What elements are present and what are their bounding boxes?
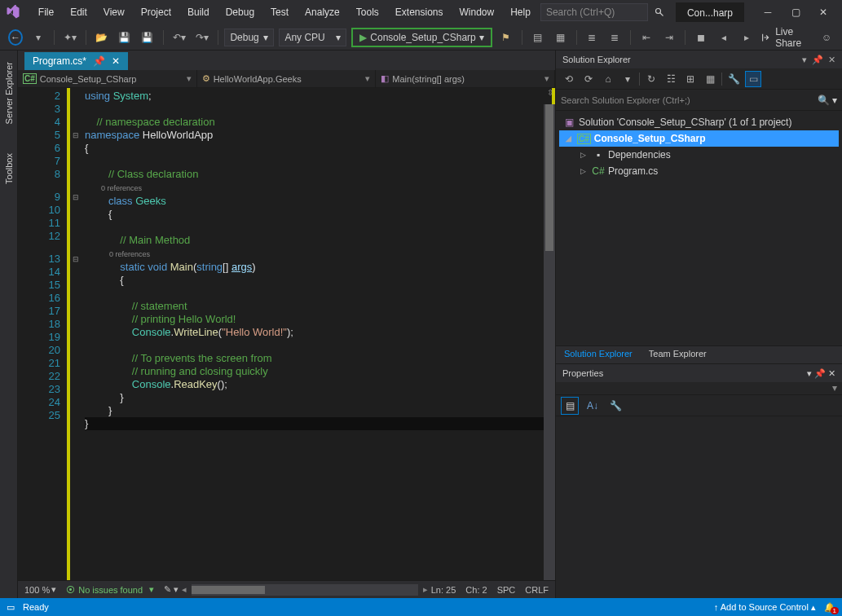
- document-tab-program[interactable]: Program.cs* 📌 ✕: [24, 52, 128, 70]
- switch-view-icon[interactable]: ▾: [619, 71, 636, 87]
- menu-file[interactable]: File: [30, 3, 62, 21]
- properties-icon[interactable]: 🔧: [725, 71, 742, 87]
- nav-back-button[interactable]: ←: [7, 29, 24, 46]
- indent-button[interactable]: ⇥: [660, 29, 678, 46]
- indent-indicator[interactable]: SPC: [497, 585, 516, 595]
- menu-debug[interactable]: Debug: [218, 3, 262, 21]
- close-button[interactable]: ✕: [809, 1, 837, 24]
- panel-menu-icon[interactable]: ▾: [807, 368, 812, 378]
- preview-icon[interactable]: ▭: [745, 71, 761, 87]
- tree-dependencies[interactable]: ▷ ▪ Dependencies: [559, 147, 839, 163]
- menu-extensions[interactable]: Extensions: [387, 3, 452, 21]
- zoom-dropdown[interactable]: 100 % ▾: [24, 584, 56, 595]
- start-debug-button[interactable]: ▶Console_Setup_CSharp▾: [351, 28, 492, 47]
- nav-project-dropdown[interactable]: C# Console_Setup_CSharp▾: [18, 70, 197, 87]
- panel-menu-icon[interactable]: ▾: [802, 55, 807, 65]
- sync-icon[interactable]: ↻: [643, 71, 659, 87]
- platform-dropdown[interactable]: Any CPU▾: [279, 29, 346, 46]
- alphabetical-icon[interactable]: A↓: [584, 397, 602, 415]
- menu-help[interactable]: Help: [502, 3, 539, 21]
- solution-title-tab[interactable]: Con...harp: [676, 2, 744, 22]
- tree-project[interactable]: ◢ C# Console_Setup_CSharp: [559, 130, 839, 147]
- tab-team-explorer[interactable]: Team Explorer: [641, 346, 715, 363]
- fwd-icon[interactable]: ⟳: [580, 71, 597, 87]
- categorized-icon[interactable]: ▤: [561, 397, 579, 415]
- filter-icon[interactable]: ☷: [663, 71, 679, 87]
- maximize-button[interactable]: ▢: [782, 1, 809, 24]
- properties-dropdown[interactable]: ▾: [556, 382, 842, 395]
- back-icon[interactable]: ⟲: [561, 71, 577, 87]
- issues-indicator[interactable]: ⦿ No issues found ▾: [66, 584, 154, 595]
- fold-margin[interactable]: ⊟⊟⊟: [70, 88, 82, 580]
- panel-pin-icon[interactable]: 📌: [812, 55, 823, 65]
- menu-tools[interactable]: Tools: [348, 3, 387, 21]
- code-editor[interactable]: 2345678910111213141516171819202122232425…: [18, 88, 555, 580]
- collapse-icon[interactable]: ⊞: [682, 71, 699, 87]
- panel-close-icon[interactable]: ✕: [828, 55, 835, 65]
- save-all-button[interactable]: 💾: [139, 29, 156, 46]
- search-icon[interactable]: [655, 7, 664, 17]
- feedback-button[interactable]: ☺: [818, 29, 835, 46]
- bm-prev-button[interactable]: ◂: [715, 29, 733, 46]
- panel-pin-icon[interactable]: 📌: [814, 368, 826, 378]
- close-tab-icon[interactable]: ✕: [112, 55, 120, 67]
- lightbulb-icon[interactable]: ✎ ▾: [164, 584, 179, 595]
- properties-grid[interactable]: [556, 416, 842, 598]
- vertical-scrollbar[interactable]: [544, 104, 555, 580]
- nav-method-dropdown[interactable]: ◧ Main(string[] args)▾: [376, 70, 555, 87]
- panel-close-icon[interactable]: ✕: [828, 368, 835, 378]
- step-button[interactable]: ⚑: [497, 29, 515, 46]
- liveshare-label[interactable]: Live Share: [775, 26, 808, 49]
- menu-build[interactable]: Build: [179, 3, 218, 21]
- prop-wrench-icon[interactable]: 🔧: [606, 397, 624, 415]
- tab-solution-explorer[interactable]: Solution Explorer: [556, 346, 641, 363]
- tbx1-icon[interactable]: ▤: [529, 29, 547, 46]
- redo-button[interactable]: ↷▾: [193, 29, 211, 46]
- split-editor-icon[interactable]: ⇳: [547, 88, 553, 97]
- open-file-button[interactable]: 📂: [93, 29, 111, 46]
- menu-window[interactable]: Window: [452, 3, 503, 21]
- pin-icon[interactable]: 📌: [93, 55, 105, 67]
- menu-edit[interactable]: Edit: [62, 3, 95, 21]
- col-indicator[interactable]: Ch: 2: [465, 585, 487, 595]
- showall-icon[interactable]: ▦: [702, 71, 718, 87]
- uncomment-button[interactable]: ≣: [606, 29, 624, 46]
- outdent-button[interactable]: ⇤: [637, 29, 655, 46]
- menu-test[interactable]: Test: [262, 3, 297, 21]
- line-indicator[interactable]: Ln: 25: [431, 585, 456, 595]
- toolbox-tab[interactable]: Toolbox: [2, 147, 15, 191]
- bookmark-button[interactable]: ◼: [692, 29, 710, 46]
- horizontal-scrollbar[interactable]: ◂ ▸: [192, 584, 418, 596]
- menu-analyze[interactable]: Analyze: [297, 3, 348, 21]
- menu-project[interactable]: Project: [133, 3, 179, 21]
- nav-class-dropdown[interactable]: ⚙ HelloWorldApp.Geeks▾: [197, 70, 377, 87]
- undo-button[interactable]: ↶▾: [170, 29, 188, 46]
- solution-search[interactable]: Search Solution Explorer (Ctrl+;) 🔍 ▾: [556, 90, 842, 111]
- server-explorer-tab[interactable]: Server Explorer: [2, 55, 15, 130]
- config-dropdown[interactable]: Debug▾: [224, 29, 274, 46]
- properties-toolbar: ▤ A↓ 🔧: [556, 395, 842, 416]
- search-icon[interactable]: 🔍 ▾: [818, 95, 837, 106]
- search-input[interactable]: Search (Ctrl+Q): [540, 3, 648, 21]
- tree-file-program[interactable]: ▷ C# Program.cs: [559, 163, 839, 179]
- home-icon[interactable]: ⌂: [600, 71, 616, 87]
- menu-view[interactable]: View: [95, 3, 133, 21]
- expand-icon[interactable]: ▷: [580, 167, 589, 175]
- notifications-icon[interactable]: 🔔1: [824, 602, 835, 613]
- bm-next-button[interactable]: ▸: [738, 29, 756, 46]
- liveshare-icon[interactable]: [760, 32, 772, 43]
- expand-icon[interactable]: ◢: [566, 134, 574, 143]
- nav-fwd-dropdown[interactable]: ▾: [29, 29, 47, 46]
- solution-tree[interactable]: ▣ Solution 'Console_Setup_CSharp' (1 of …: [556, 111, 842, 345]
- tree-solution-root[interactable]: ▣ Solution 'Console_Setup_CSharp' (1 of …: [559, 114, 839, 130]
- save-button[interactable]: 💾: [116, 29, 134, 46]
- status-rect-icon[interactable]: ▭: [7, 602, 15, 613]
- minimize-button[interactable]: ─: [754, 1, 782, 24]
- new-project-button[interactable]: ✦▾: [61, 29, 79, 46]
- eol-indicator[interactable]: CRLF: [525, 585, 549, 595]
- code-surface[interactable]: using System; // namespace declarationna…: [82, 88, 552, 580]
- tbx2-icon[interactable]: ▦: [552, 29, 570, 46]
- expand-icon[interactable]: ▷: [580, 151, 589, 159]
- add-source-control[interactable]: ↑ Add to Source Control ▴: [714, 602, 816, 613]
- comment-button[interactable]: ≣: [583, 29, 601, 46]
